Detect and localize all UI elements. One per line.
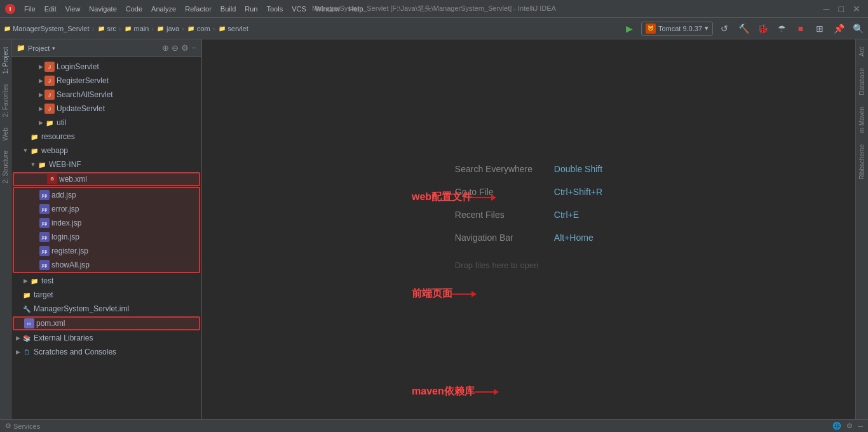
tab-database[interactable]: Database <box>857 63 867 100</box>
stop-button[interactable]: ■ <box>793 21 808 36</box>
tomcat-selector[interactable]: 🐱 Tomcat 9.0.37 ▾ <box>641 22 713 36</box>
close-button[interactable]: ✕ <box>850 3 863 15</box>
menu-build[interactable]: Build <box>217 4 240 14</box>
config-icon-item[interactable]: ⚙ <box>846 422 853 430</box>
tree-item-scratches[interactable]: ▶ 🗒 Scratches and Consoles <box>11 345 201 359</box>
settings-icon[interactable]: ⚙ <box>181 43 189 53</box>
tab-maven[interactable]: m Maven <box>857 102 867 138</box>
webapp-label: webapp <box>41 146 68 155</box>
tree-item-test[interactable]: ▶ 📁 test <box>11 274 201 288</box>
menu-edit[interactable]: Edit <box>41 4 60 14</box>
dropdown-icon: ▾ <box>52 45 55 51</box>
loginservlet-label: LoginServlet <box>57 62 99 71</box>
goto-file-shortcut: Ctrl+Shift+R <box>554 187 602 197</box>
tree-item-errorjsp[interactable]: ▶ jsp error.jsp <box>14 202 199 216</box>
expand-arrow: ▶ <box>14 334 22 342</box>
tree-item-addjsp[interactable]: ▶ jsp add.jsp <box>14 188 199 202</box>
build-button[interactable]: 🔨 <box>736 21 751 36</box>
services-item[interactable]: ⚙ Services <box>5 422 40 430</box>
tree-item-loginservlet[interactable]: ▶ J LoginServlet <box>11 60 201 74</box>
pin-button[interactable]: 📌 <box>831 21 846 36</box>
breadcrumb-sep-2: › <box>119 25 121 32</box>
settings-icon-item[interactable]: 🌐 <box>832 422 841 430</box>
menu-navigate[interactable]: Navigate <box>85 4 120 14</box>
xml-file-icon: ⚙ <box>47 174 57 184</box>
minimize-panel-item[interactable]: ─ <box>858 422 863 430</box>
menu-refactor[interactable]: Refactor <box>181 4 215 14</box>
expand-icon[interactable]: ⊕ <box>162 43 169 53</box>
tree-item-indexjsp[interactable]: ▶ jsp index.jsp <box>14 216 199 230</box>
arrow-line-1 <box>472 197 491 198</box>
webxml-label: web.xml <box>59 175 87 184</box>
recent-files-row: Recent Files Ctrl+E <box>455 210 602 220</box>
tree-item-resources[interactable]: ▶ 📁 resources <box>11 130 201 144</box>
folder-icon: 📁 <box>22 290 32 300</box>
registerjsp-label: register.jsp <box>51 246 88 255</box>
hide-icon[interactable]: − <box>191 43 196 53</box>
tree-item-registerjsp[interactable]: ▶ jsp register.jsp <box>14 244 199 258</box>
breadcrumb-sep-4: › <box>182 25 184 32</box>
search-everywhere-button[interactable]: 🔍 <box>850 21 865 36</box>
breadcrumb-sep-5: › <box>213 25 215 32</box>
tree-item-iml[interactable]: ▶ 🔧 ManagerSystem_Servlet.iml <box>11 302 201 316</box>
app-logo: I <box>5 4 15 14</box>
showalljsp-label: showAll.jsp <box>51 260 90 269</box>
tree-item-pomxml[interactable]: ▶ m pom.xml <box>13 316 200 330</box>
layout-button[interactable]: ⊞ <box>812 21 827 36</box>
java-file-icon: J <box>44 104 55 114</box>
menu-tools[interactable]: Tools <box>262 4 287 14</box>
expand-arrow: ▼ <box>22 147 29 154</box>
folder-icon: 📁 <box>156 24 165 33</box>
coverage-button[interactable]: ☂ <box>774 21 789 36</box>
tab-web[interactable]: Web <box>1 123 10 145</box>
jsp-file-icon: jsp <box>39 190 50 200</box>
menu-run[interactable]: Run <box>241 4 261 14</box>
tree-item-registerservlet[interactable]: ▶ J RegisterServlet <box>11 74 201 88</box>
loginjsp-label: login.jsp <box>51 233 79 241</box>
menu-file[interactable]: File <box>20 4 39 14</box>
arrow-line-3 <box>475 391 494 393</box>
menu-vcs[interactable]: VCS <box>288 4 310 14</box>
tree-item-webapp[interactable]: ▼ 📁 webapp <box>11 144 201 158</box>
tab-ant[interactable]: Ant <box>857 42 867 62</box>
tab-ribbscheme[interactable]: Ribbscheme <box>857 139 867 185</box>
tab-structure[interactable]: 2: Structure <box>1 145 10 189</box>
debug-button[interactable]: 🐞 <box>755 21 770 36</box>
menu-code[interactable]: Code <box>122 4 146 14</box>
minimize-button[interactable]: ─ <box>821 3 832 15</box>
tree-item-updateservlet[interactable]: ▶ J UpdateServlet <box>11 102 201 116</box>
jsp-files-group: ▶ jsp add.jsp ▶ jsp error.jsp ▶ jsp inde… <box>13 187 200 273</box>
project-tree: ▶ J LoginServlet ▶ J RegisterServlet ▶ J… <box>11 57 201 419</box>
addjsp-label: add.jsp <box>51 191 76 199</box>
tree-item-webinf[interactable]: ▼ 📁 WEB-INF <box>11 158 201 172</box>
tab-project[interactable]: 1: Project <box>1 42 10 79</box>
menu-view[interactable]: View <box>62 4 85 14</box>
tab-favorites[interactable]: 2: Favorites <box>1 79 10 122</box>
window-controls: ─ □ ✕ <box>821 3 863 15</box>
collapse-icon[interactable]: ⊖ <box>172 43 179 53</box>
tree-item-searchallservlet[interactable]: ▶ J SearchAllServlet <box>11 88 201 102</box>
jsp-annotation-text: 前端页面 <box>412 287 452 300</box>
services-label: Services <box>13 422 40 430</box>
window-title: ManagerSystem_Servlet [F:\Java\笔头\Manage… <box>312 4 556 13</box>
tree-item-showalljsp[interactable]: ▶ jsp showAll.jsp <box>14 258 199 272</box>
indexjsp-label: index.jsp <box>51 219 81 227</box>
jsp-file-icon: jsp <box>39 246 50 256</box>
maven-annotation-text: maven依赖库 <box>412 385 475 398</box>
maximize-button[interactable]: □ <box>836 3 846 15</box>
tree-item-util[interactable]: ▶ 📁 util <box>11 116 201 130</box>
tree-item-webxml[interactable]: ▶ ⚙ web.xml <box>13 172 200 186</box>
menu-analyze[interactable]: Analyze <box>147 4 180 14</box>
run-icon[interactable]: ▶ <box>622 21 637 36</box>
errorjsp-label: error.jsp <box>51 205 79 213</box>
tree-item-loginjsp[interactable]: ▶ jsp login.jsp <box>14 230 199 244</box>
iml-label: ManagerSystem_Servlet.iml <box>34 304 129 313</box>
extlibs-icon: 📚 <box>22 333 32 343</box>
refresh-button[interactable]: ↺ <box>717 21 732 36</box>
tomcat-dropdown-icon: ▾ <box>705 24 709 32</box>
java-file-icon: J <box>44 62 55 72</box>
scratches-label: Scratches and Consoles <box>34 348 116 356</box>
folder-icon: 📁 <box>29 145 39 156</box>
tree-item-extlibs[interactable]: ▶ 📚 External Libraries <box>11 331 201 345</box>
tree-item-target[interactable]: ▶ 📁 target <box>11 288 201 302</box>
